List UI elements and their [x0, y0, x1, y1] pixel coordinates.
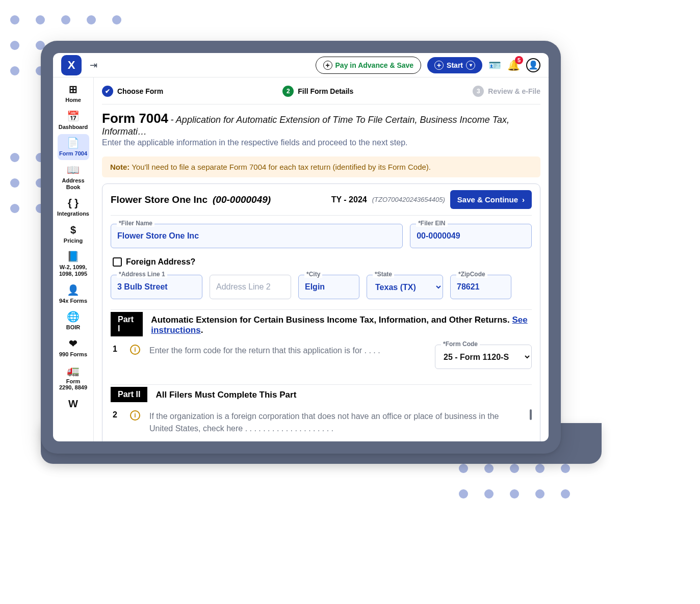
sidebar-label: Dashboard	[59, 124, 88, 130]
tax-year: TY - 2024	[331, 195, 367, 204]
sidebar-icon: ⊞	[69, 84, 77, 95]
question-3-partial: If the organization is a corporation and…	[149, 440, 532, 441]
step-choose-form[interactable]: ✔ Choose Form	[102, 86, 163, 97]
form-code-field: *Form Code 25 - Form 1120-S	[435, 345, 532, 369]
start-button[interactable]: + Start ▾	[427, 57, 482, 73]
sidebar-icon: { }	[68, 197, 79, 209]
sidebar-item-item[interactable]: W	[58, 395, 89, 414]
address-line1-input[interactable]	[111, 275, 202, 299]
sidebar-icon: W	[68, 398, 78, 410]
sidebar-label: Form 2290, 8849	[59, 378, 88, 391]
notification-badge: 5	[515, 56, 523, 64]
sidebar-icon: 📅	[67, 111, 80, 122]
chevron-right-icon: ›	[522, 195, 525, 204]
sidebar-label: 94x Forms	[59, 298, 87, 304]
company-name: Flower Store One Inc	[111, 194, 208, 205]
sidebar-item-94x-forms[interactable]: 👤94x Forms	[58, 281, 89, 307]
address-line1-field: *Address Line 1	[111, 275, 202, 299]
plus-icon: +	[323, 61, 332, 70]
bell-icon[interactable]: 🔔 5	[507, 59, 520, 71]
check-icon: ✔	[102, 86, 113, 97]
sidebar-item-pricing[interactable]: $Pricing	[58, 221, 89, 247]
state-field: *State Texas (TX)	[367, 275, 443, 299]
part-1-header: Part I Automatic Extension for Certain B…	[111, 309, 532, 336]
page-description: Enter the applicable information in the …	[102, 138, 540, 147]
company-ein: (00-0000049)	[213, 194, 271, 205]
menu-collapse-icon[interactable]: ⇥	[90, 60, 97, 71]
sidebar: ⊞Home📅Dashboard📄Form 7004📖Address Book{ …	[53, 77, 94, 441]
sidebar-label: Form 7004	[59, 150, 87, 157]
filer-ein-field: *Filer EIN	[410, 224, 532, 248]
sidebar-item-address-book[interactable]: 📖Address Book	[58, 161, 89, 193]
question-1-row: 1 i Enter the form code for the return t…	[111, 336, 532, 374]
address-line2-input[interactable]	[210, 275, 291, 299]
sidebar-item-w-2-1099-1098-1095[interactable]: 📘W-2, 1099, 1098, 1095	[58, 248, 89, 280]
stepper: ✔ Choose Form 2 Fill Form Details 3 Revi…	[102, 82, 540, 104]
sidebar-item-home[interactable]: ⊞Home	[58, 81, 89, 107]
sidebar-label: Address Book	[59, 177, 88, 190]
sidebar-label: 990 Forms	[59, 351, 87, 358]
profile-avatar[interactable]: 👤	[526, 58, 540, 72]
id-card-icon[interactable]: 🪪	[488, 59, 501, 71]
page-title: Form 7004	[102, 111, 168, 126]
sidebar-icon: 🌐	[67, 311, 80, 323]
save-continue-button[interactable]: Save & Continue ›	[450, 190, 532, 209]
city-input[interactable]	[298, 275, 359, 299]
topbar: X ⇥ + Pay in Advance & Save + Start ▾ 🪪 …	[53, 53, 549, 77]
question-2-checkbox[interactable]	[530, 409, 532, 420]
sidebar-icon: 📄	[67, 137, 80, 149]
info-icon[interactable]: i	[130, 345, 140, 355]
sidebar-icon: 🚛	[67, 365, 80, 377]
sidebar-item-990-forms[interactable]: ❤990 Forms	[58, 335, 89, 361]
sidebar-icon: ❤	[69, 338, 77, 350]
city-field: *City	[298, 275, 359, 299]
pay-advance-button[interactable]: + Pay in Advance & Save	[316, 57, 422, 74]
info-icon[interactable]: i	[130, 410, 140, 421]
state-select[interactable]: Texas (TX)	[367, 275, 443, 299]
filer-ein-input[interactable]	[410, 224, 532, 248]
plus-icon: +	[434, 61, 444, 70]
sidebar-icon: 📘	[67, 251, 80, 262]
sidebar-item-boir[interactable]: 🌐BOIR	[58, 308, 89, 334]
sidebar-item-integrations[interactable]: { }Integrations	[58, 194, 89, 220]
sidebar-label: W-2, 1099, 1098, 1095	[59, 264, 88, 277]
sidebar-icon: 📖	[67, 164, 80, 176]
form-code-select[interactable]: 25 - Form 1120-S	[435, 345, 532, 369]
address-line2-field	[210, 275, 291, 299]
chevron-down-icon: ▾	[466, 61, 475, 70]
main-content: ✔ Choose Form 2 Fill Form Details 3 Revi…	[94, 77, 549, 441]
sidebar-item-dashboard[interactable]: 📅Dashboard	[58, 108, 89, 134]
zipcode-field: *ZipCode	[450, 275, 511, 299]
sidebar-icon: $	[70, 224, 76, 236]
sidebar-label: Integrations	[57, 211, 89, 217]
step-review-efile[interactable]: 3 Review & e-File	[473, 86, 540, 97]
sidebar-icon: 👤	[67, 284, 80, 296]
sidebar-label: BOIR	[66, 324, 81, 331]
sidebar-label: Pricing	[64, 238, 83, 244]
sidebar-item-form-7004[interactable]: 📄Form 7004	[58, 134, 89, 160]
filer-name-input[interactable]	[111, 224, 403, 248]
tzo-id: (TZO700420243654405)	[372, 196, 445, 203]
part-2-header: Part II All Filers Must Complete This Pa…	[111, 384, 532, 402]
foreign-address-checkbox[interactable]	[113, 257, 122, 267]
form-card: Flower Store One Inc (00-0000049) TY - 2…	[102, 183, 540, 441]
step-fill-form-details[interactable]: 2 Fill Form Details	[282, 86, 353, 97]
app-logo: X	[61, 55, 82, 75]
zipcode-input[interactable]	[450, 275, 511, 299]
foreign-address-label: Foreign Address?	[126, 257, 195, 267]
question-2-row: 2 i If the organization is a foreign cor…	[111, 402, 532, 440]
sidebar-label: Home	[65, 97, 81, 103]
filer-name-field: *Filer Name	[111, 224, 403, 248]
sidebar-item-form-2290-8849[interactable]: 🚛Form 2290, 8849	[58, 362, 89, 394]
note-banner: Note: You'll need to file a separate For…	[102, 156, 540, 177]
